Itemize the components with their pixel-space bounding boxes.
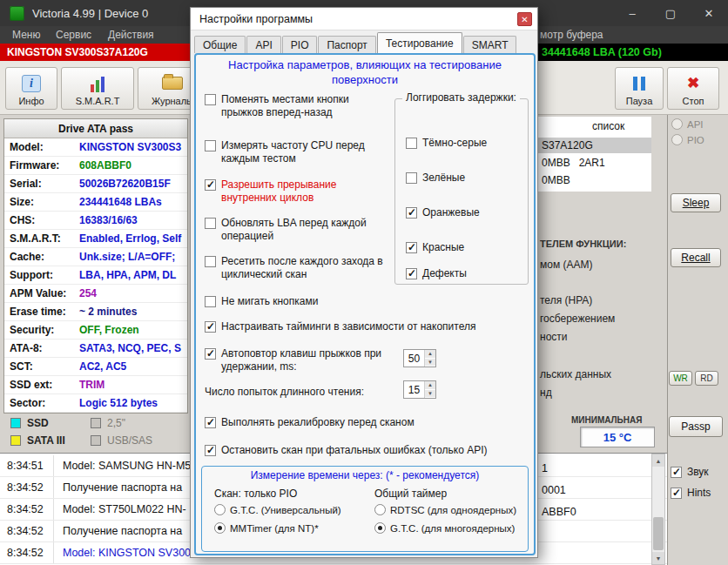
- userdata-option-fragment[interactable]: льских данных: [540, 368, 611, 380]
- log-fragment: 0001: [542, 484, 566, 496]
- log-scrollbar[interactable]: ▲ ▼: [651, 454, 665, 565]
- wr-button[interactable]: WR: [669, 371, 692, 386]
- tab-smart[interactable]: SMART: [463, 36, 517, 53]
- long-read-attempts-label: Число попыток длинного чтения:: [205, 386, 388, 398]
- allow-interrupt-checkbox[interactable]: Разрешить прерывание внутренних циклов: [205, 178, 383, 205]
- tab-pasport[interactable]: Паспорт: [318, 36, 375, 53]
- minimize-icon[interactable]: [613, 0, 651, 26]
- list-item-selected[interactable]: S37A120G: [538, 138, 651, 153]
- gtc-multicore-radio[interactable]: G.T.C. (для многоядерных): [374, 522, 515, 534]
- group-title: Измерение времени через: (* - рекомендуе…: [202, 469, 528, 481]
- victoria-app-window: Victoria 4.99 | Device 0 Меню Сервис Дей…: [0, 0, 728, 565]
- legend-25inch: 2,5": [91, 417, 125, 429]
- swap-jump-buttons-checkbox[interactable]: Поменять местами кнопки прыжков вперед-н…: [205, 93, 383, 119]
- sata-swatch: [10, 435, 21, 446]
- ssd-swatch: [10, 418, 21, 428]
- menu-item-menu[interactable]: Меню: [12, 29, 40, 41]
- tab-api[interactable]: API: [246, 36, 280, 53]
- smart-button[interactable]: S.M.A.R.T: [61, 67, 134, 110]
- stop-icon: [687, 76, 699, 91]
- sound-checkbox[interactable]: Звук: [671, 466, 709, 479]
- red-delays-checkbox[interactable]: Красные: [406, 241, 464, 254]
- legend-usb-sas: USB/SAS: [91, 434, 152, 447]
- table-row: SCT:AC2, AC5: [4, 358, 187, 376]
- list-item[interactable]: 0MBB 2AR1: [538, 155, 651, 171]
- recalibrate-checkbox[interactable]: Выполнять рекалибровку перед сканом: [205, 416, 527, 429]
- hints-checkbox[interactable]: Hints: [671, 487, 711, 500]
- table-row: Serial:50026B72620B15F: [4, 175, 187, 193]
- table-row: Support:LBA, HPA, APM, DL: [4, 266, 187, 285]
- spin-down-icon[interactable]: [425, 390, 435, 399]
- recall-button[interactable]: Recall: [671, 248, 721, 267]
- measure-cpu-checkbox[interactable]: Измерять частоту CPU перед каждым тестом: [205, 139, 383, 165]
- window-title: Victoria 4.99 | Device 0: [32, 7, 148, 20]
- menu-item-buffer-view-fragment[interactable]: мотр буфера: [540, 29, 603, 41]
- command-option-fragment[interactable]: нд: [540, 387, 552, 399]
- scan-pio-label: Скан: только PIO: [214, 488, 297, 500]
- scroll-thumb[interactable]: [653, 517, 664, 550]
- scroll-down-icon[interactable]: ▼: [652, 552, 664, 564]
- gtc-universal-radio[interactable]: G.T.C. (Универсальный): [214, 504, 341, 515]
- spin-up-icon[interactable]: [425, 381, 435, 390]
- dialog-close-icon[interactable]: [517, 12, 532, 26]
- adjust-timings-checkbox[interactable]: Настраивать тайминги в зависимости от на…: [205, 320, 527, 333]
- inch-swatch: [91, 418, 101, 428]
- orange-delays-checkbox[interactable]: Оранжевые: [406, 206, 480, 219]
- dialog-title-bar: Настройки программы: [191, 8, 537, 30]
- stop-button[interactable]: Стоп: [667, 67, 719, 110]
- long-read-attempts-stepper[interactable]: 15: [403, 380, 436, 399]
- drive-passport-panel: Drive ATA pass Model:KINGSTON SV300S3 Fi…: [3, 118, 188, 414]
- temperature-display: 15 °C: [580, 427, 655, 447]
- usb-swatch: [91, 435, 101, 446]
- aam-option-fragment[interactable]: мом (AAM): [540, 259, 593, 271]
- app-icon: [10, 6, 24, 21]
- log-fragment: ABBF0: [542, 506, 576, 518]
- defects-delays-checkbox[interactable]: Дефекты: [406, 267, 467, 280]
- table-row: Size:234441648 LBAs: [4, 193, 187, 212]
- autorepeat-ms-stepper[interactable]: 50: [403, 349, 436, 367]
- info-button[interactable]: Инфо: [5, 67, 57, 110]
- refresh-lba-checkbox[interactable]: Обновлять LBA перед каждой операцией: [205, 217, 383, 243]
- dark-gray-delays-checkbox[interactable]: Тёмно-серые: [406, 137, 487, 150]
- time-measurement-group: Измерение времени через: (* - рекомендуе…: [201, 466, 529, 552]
- dialog-tab-strip: Общие API PIO Паспорт Тестирование SMART: [194, 32, 517, 53]
- common-timer-label: Общий таймер: [374, 488, 447, 500]
- green-delays-checkbox[interactable]: Зелёные: [406, 172, 465, 185]
- security-option-fragment[interactable]: ности: [540, 331, 568, 343]
- tab-pio[interactable]: PIO: [282, 36, 318, 53]
- pio-radio[interactable]: PIO: [671, 134, 704, 145]
- api-radio[interactable]: API: [671, 118, 704, 130]
- no-blink-buttons-checkbox[interactable]: Не мигать кнопками: [205, 295, 383, 308]
- tab-testirovanie[interactable]: Тестирование: [377, 32, 462, 53]
- hpa-option-fragment[interactable]: теля (HPA): [540, 294, 592, 306]
- autorepeat-checkbox[interactable]: Автоповтор клавиш прыжков при удержании,…: [205, 347, 383, 373]
- scroll-up-icon[interactable]: ▲: [652, 454, 664, 467]
- close-icon[interactable]: [690, 0, 728, 26]
- reset-each-cycle-checkbox[interactable]: Ресетить после каждого захода в цикличес…: [205, 255, 383, 281]
- sleep-button[interactable]: Sleep: [671, 193, 721, 212]
- table-row: Security:OFF, Frozen: [4, 321, 187, 340]
- log-delays-group: Логгировать задержки: Тёмно-серые Зелёны…: [394, 98, 529, 285]
- power-option-fragment[interactable]: госбережением: [540, 313, 615, 325]
- menu-item-actions[interactable]: Действия: [108, 29, 154, 41]
- page-heading: Настройка параметров, влияющих на тестир…: [208, 57, 522, 87]
- device-lba-size: 34441648 LBA (120 Gb): [542, 46, 662, 58]
- spin-up-icon[interactable]: [425, 350, 435, 359]
- rdtsc-radio[interactable]: RDTSC (для одноядерных): [374, 504, 516, 515]
- passport-header: Drive ATA pass: [4, 119, 187, 138]
- pause-button[interactable]: Пауза: [615, 67, 664, 110]
- rd-button[interactable]: RD: [695, 371, 718, 386]
- tab-obshchie[interactable]: Общие: [194, 36, 246, 53]
- table-row: Erase time:~ 2 minutes: [4, 303, 187, 321]
- maximize-icon[interactable]: [651, 0, 690, 26]
- table-row: SSD ext:TRIM: [4, 376, 187, 394]
- legend-sata3: SATA III: [10, 434, 65, 447]
- mmtimer-radio[interactable]: MMTimer (для NT)*: [214, 522, 319, 534]
- table-row: ATA-8:SATA3, NCQ, PEC, S: [4, 340, 187, 358]
- spin-down-icon[interactable]: [425, 359, 435, 367]
- testing-tab-page: Настройка параметров, влияющих на тестир…: [194, 53, 536, 555]
- menu-item-service[interactable]: Сервис: [56, 29, 91, 41]
- passp-button[interactable]: Passp: [669, 416, 723, 437]
- list-item[interactable]: 0MBB: [538, 172, 651, 188]
- stop-on-fatal-checkbox[interactable]: Остановить скан при фатальных ошибках (т…: [205, 444, 527, 457]
